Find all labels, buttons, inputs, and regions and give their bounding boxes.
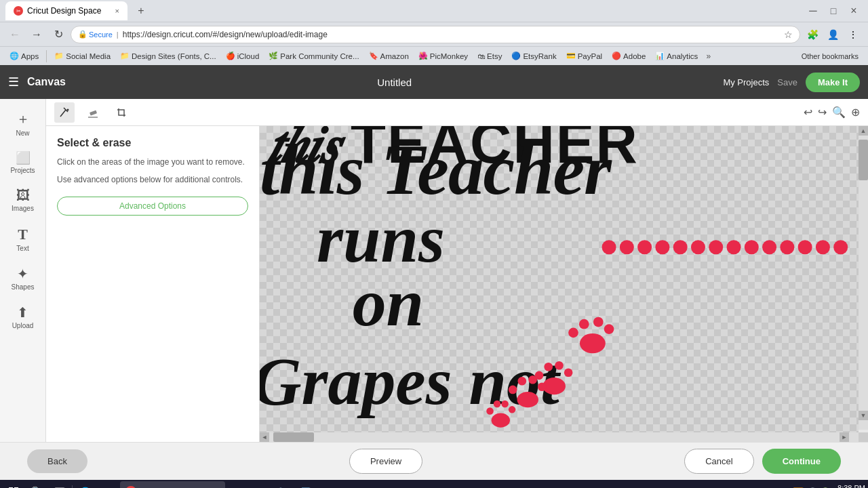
minimize-button[interactable]: ─ — [804, 2, 822, 20]
bookmark-park-community[interactable]: 🌿 Park Community Cre... — [264, 50, 363, 62]
bookmark-star-icon[interactable]: ☆ — [784, 29, 793, 40]
bookmark-etsy[interactable]: 🛍 Etsy — [473, 51, 506, 62]
svg-point-35 — [517, 392, 538, 407]
tab-title: Cricut Design Space — [27, 6, 101, 16]
zoom-out-button[interactable]: 🔍 — [832, 106, 846, 119]
make-it-button[interactable]: Make It — [806, 73, 860, 92]
other-bookmarks[interactable]: Other bookmarks — [797, 51, 863, 62]
text-tool-item[interactable]: T Text — [3, 220, 43, 258]
undo-button[interactable]: ↩ — [804, 106, 812, 119]
app-container: ☰ Canvas Untitled My Projects Save Make … — [0, 65, 868, 480]
bookmark-etsyrank[interactable]: 🔵 EtsyRank — [507, 50, 560, 62]
taskbar-search[interactable]: 🔍 — [26, 481, 47, 488]
scroll-down-button[interactable]: ▼ — [859, 411, 868, 420]
bookmark-paypal[interactable]: 💳 PayPal — [562, 50, 606, 62]
refresh-button[interactable]: ↻ — [49, 25, 68, 44]
system-clock[interactable]: 8:38 PM 1/1/2024 — [836, 484, 865, 488]
park-community-icon: 🌿 — [269, 52, 278, 60]
taskbar-word[interactable]: W — [226, 481, 248, 488]
advanced-options-button[interactable]: Advanced Options — [57, 197, 248, 216]
taskbar-cricut-app[interactable]: Cricut Design Space - ... — [120, 481, 225, 488]
maximize-button[interactable]: □ — [825, 2, 842, 20]
save-button[interactable]: Save — [777, 77, 797, 87]
analytics-icon: 📊 — [655, 52, 665, 60]
design-canvas[interactable]: 𝑡ℎ𝑖𝑠 TEACHER this Teacher — [260, 126, 859, 432]
scroll-up-button[interactable]: ▲ — [859, 126, 868, 136]
edit-toolbar: ↩ ↪ 🔍 ⊕ — [46, 99, 868, 126]
panel-desc2: Use advanced options below for additiona… — [57, 174, 248, 186]
bookmark-picmonkey[interactable]: 🌺 PicMonkey — [414, 50, 472, 62]
menu-hamburger-button[interactable]: ☰ — [8, 75, 19, 89]
more-options-button[interactable]: ⋮ — [844, 25, 863, 44]
svg-point-39 — [509, 406, 516, 413]
svg-point-29 — [564, 368, 573, 377]
canvas-area[interactable]: 𝑡ℎ𝑖𝑠 TEACHER this Teacher — [260, 126, 868, 442]
more-bookmarks-chevron[interactable]: » — [703, 52, 713, 61]
bookmark-social-media[interactable]: 📁 Social Media — [50, 50, 115, 62]
cancel-button[interactable]: Cancel — [684, 449, 753, 474]
taskbar-task-view[interactable]: ⬜ — [49, 481, 71, 488]
browser-tab[interactable]: Cricut Design Space × — [5, 1, 127, 20]
vertical-scrollbar[interactable]: ▲ ▼ — [859, 126, 868, 430]
projects-tool-item[interactable]: ⬜ Projects — [3, 145, 43, 180]
horizontal-scrollbar[interactable]: ◄ ► — [260, 432, 859, 442]
upload-tool-item[interactable]: ⬆ Upload — [3, 299, 43, 335]
bookmark-icloud[interactable]: 🍎 iCloud — [222, 50, 264, 62]
svg-point-28 — [555, 361, 564, 370]
vertical-scroll-thumb[interactable] — [859, 140, 868, 180]
shapes-tool-item[interactable]: ✦ Shapes — [3, 260, 43, 296]
bookmarks-bar: 🌐 Apps 📁 Social Media 📁 Design Sites (Fo… — [0, 46, 868, 65]
images-tool-item[interactable]: 🖼 Images — [3, 182, 43, 218]
taskbar-misc1[interactable]: 📎 — [273, 481, 294, 488]
bookmark-apps[interactable]: 🌐 Apps — [5, 50, 43, 62]
svg-point-13 — [745, 240, 759, 254]
taskbar-tray-area: 📶 🔊 🔋 8:38 PM 1/1/2024 — [793, 484, 865, 488]
address-bar[interactable]: 🔒 Secure | https://design.cricut.com/#/d… — [71, 26, 800, 43]
forward-nav-button[interactable]: → — [27, 25, 46, 44]
taskbar-misc2[interactable]: 📝 — [296, 481, 317, 488]
taskbar-explorer[interactable]: 📁 — [97, 481, 119, 488]
edit-toolbar-right: ↩ ↪ 🔍 ⊕ — [804, 106, 860, 119]
wand-tool-button[interactable] — [54, 102, 75, 123]
svg-point-18 — [833, 240, 848, 254]
crop-tool-button[interactable] — [111, 102, 132, 123]
svg-rect-1 — [90, 110, 97, 115]
right-actions: Cancel Continue — [684, 449, 841, 474]
eraser-tool-button[interactable] — [83, 102, 103, 123]
continue-button[interactable]: Continue — [762, 449, 841, 474]
taskbar-excel[interactable]: X — [250, 481, 271, 488]
design-svg: this Teacher runs — [260, 126, 859, 432]
svg-point-38 — [501, 401, 509, 408]
redo-button[interactable]: ↪ — [818, 106, 827, 119]
new-tool-item[interactable]: ＋ New — [3, 104, 43, 142]
bookmark-amazon[interactable]: 🔖 Amazon — [365, 50, 413, 62]
back-button[interactable]: Back — [27, 449, 87, 473]
extensions-button[interactable]: 🧩 — [803, 25, 822, 44]
tab-close-button[interactable]: × — [115, 7, 119, 15]
svg-point-9 — [673, 240, 688, 254]
projects-label: Projects — [10, 167, 35, 174]
other-bookmarks-label: Other bookmarks — [802, 52, 859, 60]
bookmark-social-label: Social Media — [66, 52, 111, 60]
preview-button[interactable]: Preview — [349, 449, 422, 474]
app-header: ☰ Canvas Untitled My Projects Save Make … — [0, 65, 868, 99]
svg-point-14 — [762, 240, 776, 254]
bookmark-analytics[interactable]: 📊 Analytics — [651, 50, 702, 62]
taskbar-chrome[interactable]: 🌐 — [74, 481, 96, 488]
zoom-in-button[interactable]: ⊕ — [851, 106, 860, 119]
horizontal-scroll-thumb[interactable] — [273, 432, 314, 442]
new-tab-button[interactable]: + — [133, 3, 149, 19]
svg-text:this Teacher: this Teacher — [260, 130, 612, 209]
projects-icon: ⬜ — [16, 150, 31, 165]
scroll-left-button[interactable]: ◄ — [260, 432, 269, 442]
scroll-right-button[interactable]: ► — [840, 432, 849, 442]
bookmark-adobe[interactable]: 🔴 Adobe — [608, 50, 650, 62]
bookmark-analytics-label: Analytics — [667, 52, 698, 60]
bookmark-separator — [46, 50, 47, 62]
my-projects-button[interactable]: My Projects — [723, 77, 769, 87]
profile-button[interactable]: 👤 — [823, 25, 842, 44]
start-button[interactable] — [3, 481, 24, 488]
close-window-button[interactable]: × — [845, 2, 863, 20]
bookmark-design-sites[interactable]: 📁 Design Sites (Fonts, C... — [116, 50, 220, 62]
back-nav-button[interactable]: ← — [5, 25, 24, 44]
